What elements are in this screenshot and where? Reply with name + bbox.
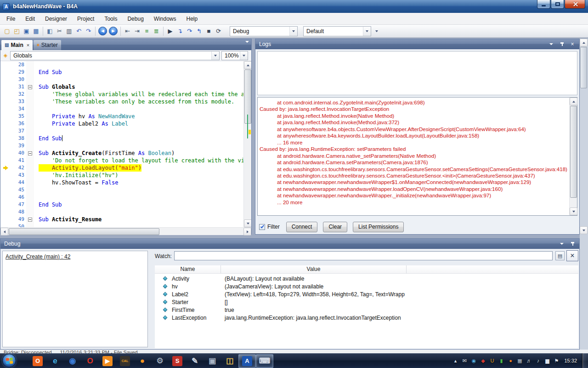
designer-icon[interactable]: ◧: [45, 26, 55, 36]
tray-box-icon[interactable]: ▦: [516, 358, 523, 363]
navigate-forward-icon[interactable]: ▶: [109, 27, 118, 35]
column-header-blank[interactable]: [407, 265, 578, 273]
watch-row[interactable]: FirstTimetrue: [155, 306, 578, 314]
close-button[interactable]: [565, 0, 585, 9]
taskbar-app-orange-ball-icon[interactable]: ●: [134, 354, 151, 368]
breakpoint-margin[interactable]: [0, 164, 11, 172]
zoom-combobox[interactable]: 100%: [221, 51, 248, 60]
taskbar-app-ie-icon[interactable]: e: [46, 354, 64, 368]
menu-item-tools[interactable]: Tools: [99, 14, 122, 24]
fold-margin[interactable]: [26, 201, 34, 208]
minimize-button[interactable]: [537, 0, 550, 9]
fold-margin[interactable]: [26, 223, 34, 227]
breakpoint-margin[interactable]: [0, 150, 11, 157]
breakpoint-margin[interactable]: [0, 142, 11, 150]
fold-margin[interactable]: [26, 61, 34, 69]
scroll-up-button[interactable]: [570, 98, 577, 105]
taskbar-app-cal-icon[interactable]: CAL: [116, 354, 134, 368]
menu-item-help[interactable]: Help: [181, 14, 203, 24]
logs-output[interactable]: at com.android.internal.os.ZygoteInit.ma…: [257, 97, 577, 216]
step-into-icon[interactable]: ↴: [175, 26, 185, 36]
breakpoint-margin[interactable]: [0, 186, 11, 194]
collapse-icon[interactable]: [28, 151, 32, 155]
navigate-back-icon[interactable]: ◀: [98, 27, 107, 35]
breakpoint-margin[interactable]: [0, 223, 11, 227]
tab-main[interactable]: ▤Main×: [1, 40, 33, 50]
run-icon[interactable]: ▶: [165, 26, 175, 36]
collapse-icon[interactable]: [28, 218, 32, 222]
tray-volume-icon[interactable]: ♪: [535, 358, 541, 363]
menu-item-file[interactable]: File: [1, 14, 20, 24]
outer-vertical-scrollbar[interactable]: [580, 39, 588, 350]
menu-item-windows[interactable]: Windows: [149, 14, 181, 24]
scrollbar-thumb[interactable]: [9, 228, 159, 235]
fold-margin[interactable]: [26, 172, 34, 179]
pin-icon[interactable]: [569, 241, 576, 247]
connect-button[interactable]: Connect: [286, 222, 318, 232]
code-editor[interactable]: 2829End Sub3031Sub Globals32 'These glob…: [0, 61, 251, 227]
logs-header[interactable]: Logs ×: [255, 39, 579, 49]
fold-margin[interactable]: [26, 91, 34, 98]
watch-row[interactable]: hv(JavaCameraView): Layout not available: [155, 283, 578, 291]
taskbar-app-b4a-icon[interactable]: A: [238, 354, 256, 368]
tab-close-icon[interactable]: ×: [27, 43, 29, 48]
fold-margin[interactable]: [26, 179, 34, 186]
dropdown-arrow-icon[interactable]: [240, 52, 248, 60]
window-position-icon[interactable]: [548, 41, 554, 47]
watch-input[interactable]: [174, 251, 553, 260]
dropdown-arrow-icon[interactable]: [211, 52, 219, 60]
stop-icon[interactable]: ■: [204, 26, 214, 36]
breakpoint-margin[interactable]: [0, 201, 11, 208]
fold-margin[interactable]: [26, 76, 34, 83]
menu-item-debug[interactable]: Debug: [122, 14, 148, 24]
save-icon[interactable]: ▣: [22, 26, 31, 36]
menu-item-project[interactable]: Project: [72, 14, 99, 24]
toolbar-overflow-icon[interactable]: [375, 30, 378, 32]
uncomment-icon[interactable]: ≣: [152, 26, 161, 36]
list-permissions-button[interactable]: List Permissions: [353, 222, 404, 232]
breakpoint-margin[interactable]: [0, 135, 11, 142]
fold-margin[interactable]: [26, 120, 34, 127]
scroll-right-button[interactable]: [243, 228, 251, 236]
breakpoint-margin[interactable]: [0, 98, 11, 105]
watch-row[interactable]: LastExceptionjava.lang.RuntimeException:…: [155, 314, 578, 322]
breakpoint-margin[interactable]: [0, 208, 11, 216]
taskbar-app-opera-icon[interactable]: O: [81, 354, 99, 368]
tray-green-icon[interactable]: ▮: [498, 358, 504, 363]
tray-orange-icon[interactable]: ●: [507, 358, 514, 363]
taskbar-app-pen-icon[interactable]: ✎: [186, 354, 204, 368]
tray-mail-icon[interactable]: ✉: [461, 358, 468, 363]
breakpoint-margin[interactable]: [0, 69, 11, 76]
maximize-button[interactable]: [551, 0, 564, 9]
fold-margin[interactable]: [26, 83, 34, 91]
fold-margin[interactable]: [26, 105, 34, 113]
scroll-down-button[interactable]: [244, 219, 251, 227]
editor-horizontal-scrollbar[interactable]: [0, 227, 251, 235]
fold-margin[interactable]: [26, 157, 34, 164]
build-type-combobox[interactable]: Debug: [230, 26, 298, 36]
stack-frame-link[interactable]: Activity_Create (main) : 42: [6, 253, 70, 260]
title-bar[interactable]: A b4aNewHandWave - B4A: [0, 0, 588, 13]
pin-icon[interactable]: [559, 41, 565, 47]
tray-network-icon[interactable]: ▆: [544, 358, 550, 363]
taskbar-app-tools-icon[interactable]: ⚙: [151, 354, 169, 368]
scroll-up-button[interactable]: [244, 61, 251, 69]
breakpoint-margin[interactable]: [0, 83, 11, 91]
scroll-up-button[interactable]: [580, 39, 588, 46]
indent-icon[interactable]: ⇥: [132, 26, 142, 36]
filter-checkbox[interactable]: [259, 224, 265, 230]
breakpoint-margin[interactable]: [0, 113, 11, 120]
taskbar-app-snagit-icon[interactable]: S: [169, 354, 186, 368]
column-header-name[interactable]: Name: [155, 265, 221, 273]
breakpoint-margin[interactable]: [0, 61, 11, 69]
watch-close-button[interactable]: ×: [566, 250, 578, 261]
breakpoint-margin[interactable]: [0, 91, 11, 98]
taskbar-app-blue-globe-icon[interactable]: ◉: [64, 354, 81, 368]
fold-margin[interactable]: [26, 113, 34, 120]
redo-icon[interactable]: ↷: [84, 26, 93, 36]
new-file-icon[interactable]: ▢: [2, 26, 12, 36]
cut-icon[interactable]: ✂: [55, 26, 64, 36]
restart-icon[interactable]: ⟳: [214, 26, 223, 36]
fold-margin[interactable]: [26, 142, 34, 150]
member-combobox[interactable]: Globals: [10, 51, 220, 60]
